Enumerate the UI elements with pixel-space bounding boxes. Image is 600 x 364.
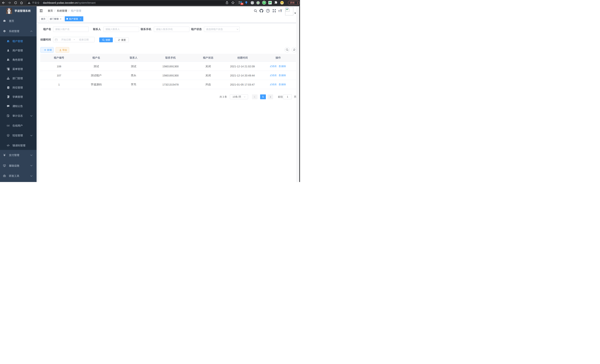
svg-text:T: T [280,9,282,13]
svg-text:T: T [278,10,280,13]
